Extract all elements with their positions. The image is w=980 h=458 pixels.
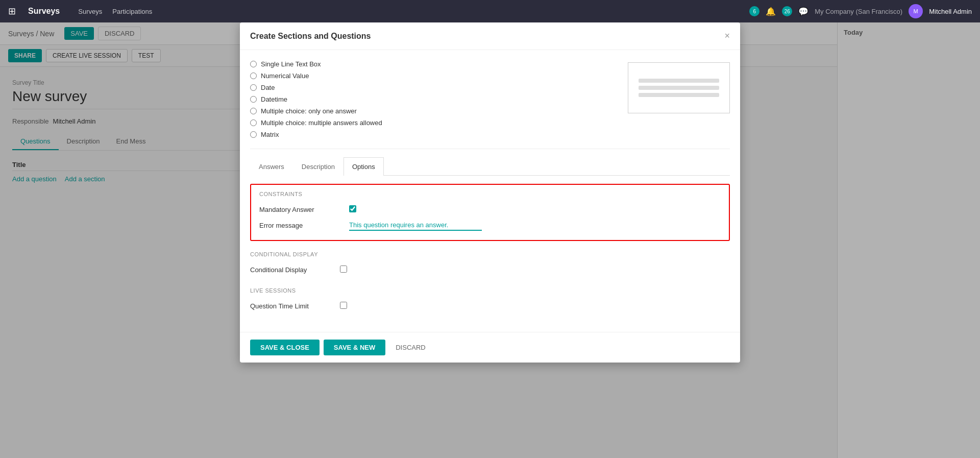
tab-description[interactable]: Description <box>293 157 344 176</box>
radio-numerical: Numerical Value <box>250 70 618 82</box>
modal-discard-button[interactable]: DISCARD <box>389 340 432 355</box>
error-message-row: Error message <box>259 217 721 234</box>
mandatory-label: Mandatory Answer <box>259 206 341 213</box>
radio-date: Date <box>250 82 618 93</box>
live-sessions-section: Live Sessions Question Time Limit <box>250 287 730 314</box>
mandatory-value <box>349 205 721 214</box>
radio-multiple-many-label: Multiple choice: multiple answers allowe… <box>261 119 382 127</box>
time-limit-checkbox[interactable] <box>340 302 347 309</box>
error-message-input[interactable] <box>349 220 482 231</box>
radio-date-label: Date <box>261 84 275 91</box>
modal-tabs: Answers Description Options <box>250 157 730 176</box>
preview-line-3 <box>639 93 719 97</box>
constraints-section-label: Constraints <box>259 191 721 197</box>
question-type-section: Single Line Text Box Numerical Value Dat… <box>250 50 730 149</box>
grid-icon[interactable]: ⊞ <box>8 6 16 17</box>
radio-date-input[interactable] <box>250 84 257 91</box>
modal-header: Create Sections and Questions × <box>240 22 740 50</box>
time-limit-value <box>340 302 730 310</box>
nav-surveys-link[interactable]: Surveys <box>78 8 102 15</box>
radio-multiple-one-label: Multiple choice: only one answer <box>261 107 357 115</box>
conditional-value <box>340 266 730 274</box>
error-value <box>349 220 721 231</box>
badge-messages[interactable]: 26 <box>782 6 792 16</box>
radio-matrix-label: Matrix <box>261 131 279 138</box>
preview-line-2 <box>639 86 719 90</box>
radio-matrix: Matrix <box>250 129 618 140</box>
top-navigation: ⊞ Surveys Surveys Participations 6 🔔 26 … <box>0 0 980 22</box>
radio-matrix-input[interactable] <box>250 131 257 138</box>
radio-numerical-label: Numerical Value <box>261 72 309 80</box>
live-section-label: Live Sessions <box>250 287 730 294</box>
radio-multiple-one: Multiple choice: only one answer <box>250 105 618 117</box>
conditional-label: Conditional Display <box>250 266 332 274</box>
modal-body: Single Line Text Box Numerical Value Dat… <box>240 50 740 332</box>
error-label: Error message <box>259 222 341 229</box>
radio-single-line: Single Line Text Box <box>250 58 618 70</box>
conditional-checkbox[interactable] <box>340 266 347 273</box>
user-avatar[interactable]: M <box>909 4 923 18</box>
save-close-button[interactable]: SAVE & CLOSE <box>250 340 320 355</box>
bell-icon[interactable]: 🔔 <box>766 7 776 16</box>
badge-notifications[interactable]: 6 <box>749 6 760 16</box>
company-name: My Company (San Francisco) <box>815 8 902 15</box>
nav-right: 6 🔔 26 💬 My Company (San Francisco) M Mi… <box>749 4 972 18</box>
conditional-display-section: Conditional Display Conditional Display <box>250 251 730 277</box>
radio-multiple-one-input[interactable] <box>250 108 257 114</box>
mandatory-answer-row: Mandatory Answer <box>259 202 721 217</box>
radio-single-line-label: Single Line Text Box <box>261 60 321 68</box>
preview-line-1 <box>639 79 719 83</box>
question-preview <box>628 62 730 113</box>
nav-participations-link[interactable]: Participations <box>112 8 152 15</box>
modal-dialog: Create Sections and Questions × Single L… <box>240 22 740 363</box>
tab-answers[interactable]: Answers <box>250 157 293 176</box>
options-content: Constraints Mandatory Answer Error messa… <box>250 176 730 322</box>
time-limit-row: Question Time Limit <box>250 299 730 314</box>
conditional-display-row: Conditional Display <box>250 262 730 277</box>
modal-overlay: Create Sections and Questions × Single L… <box>0 22 980 458</box>
radio-options: Single Line Text Box Numerical Value Dat… <box>250 58 618 140</box>
time-limit-label: Question Time Limit <box>250 302 332 310</box>
save-new-button[interactable]: SAVE & NEW <box>324 340 385 355</box>
constraints-box: Constraints Mandatory Answer Error messa… <box>250 184 730 241</box>
mandatory-checkbox[interactable] <box>349 205 356 212</box>
chat-icon[interactable]: 💬 <box>798 7 808 16</box>
conditional-section-label: Conditional Display <box>250 251 730 257</box>
username: Mitchell Admin <box>929 8 972 15</box>
radio-datetime-input[interactable] <box>250 96 257 103</box>
radio-multiple-many: Multiple choice: multiple answers allowe… <box>250 117 618 129</box>
brand-logo: Surveys <box>28 7 60 16</box>
modal-title: Create Sections and Questions <box>250 32 371 41</box>
radio-datetime: Datetime <box>250 93 618 105</box>
modal-close-button[interactable]: × <box>724 31 730 41</box>
tab-options[interactable]: Options <box>344 157 384 176</box>
radio-single-line-input[interactable] <box>250 61 257 67</box>
page-background: Surveys / New SAVE DISCARD SHARE CREATE … <box>0 22 980 458</box>
radio-multiple-many-input[interactable] <box>250 119 257 126</box>
modal-footer: SAVE & CLOSE SAVE & NEW DISCARD <box>240 332 740 363</box>
radio-datetime-label: Datetime <box>261 95 287 103</box>
radio-numerical-input[interactable] <box>250 73 257 79</box>
